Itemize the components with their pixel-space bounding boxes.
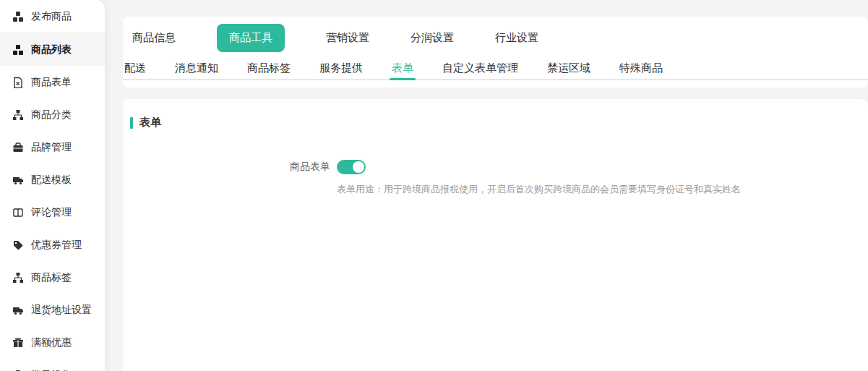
section-title: 表单 [130, 116, 868, 129]
cubes-icon [12, 44, 24, 56]
sidebar-item-product-category[interactable]: 商品分类 [0, 98, 105, 131]
cubes-icon [12, 11, 24, 22]
sidebar-item-brand-management[interactable]: 品牌管理 [0, 131, 105, 163]
sidebar-item-label: 退货地址设置 [31, 304, 92, 317]
section-title-accent-bar [130, 117, 133, 129]
form-help-text: 表单用途：用于跨境商品报税使用，开启后首次购买跨境商品的会员需要填写身份证号和真… [337, 183, 868, 196]
subtab-special-product[interactable]: 特殊商品 [619, 58, 663, 79]
sidebar-item-product-form[interactable]: 商品表单 [0, 66, 105, 98]
truck-icon [12, 304, 24, 316]
sidebar-item-product-list[interactable]: 商品列表 [0, 33, 105, 66]
section-title-text: 表单 [139, 116, 161, 129]
content-panel: 表单 商品表单 表单用途：用于跨境商品报税使用，开启后首次购买跨境商品的会员需要… [123, 99, 868, 371]
sitemap-icon [12, 272, 24, 283]
sidebar-item-full-amount-discount[interactable]: 满额优惠 [0, 326, 105, 359]
sidebar-item-label: 商品标签 [31, 271, 72, 284]
sitemap-icon [12, 109, 24, 121]
sidebar-item-label: 发布商品 [31, 10, 72, 23]
sidebar-item-delivery-template[interactable]: 配送模板 [0, 163, 105, 196]
briefcase-icon [12, 142, 24, 153]
secondary-tab-bar: 配送 消息通知 商品标签 服务提供 表单 自定义表单管理 禁运区域 特殊商品 [123, 58, 868, 80]
sidebar-item-product-tags[interactable]: 商品标签 [0, 261, 105, 294]
sidebar-item-label: 商品列表 [31, 43, 72, 56]
product-form-row: 商品表单 [130, 160, 868, 174]
sidebar-item-label: 评论管理 [31, 206, 72, 219]
main-area: 商品信息 商品工具 营销设置 分润设置 行业设置 配送 消息通知 商品标签 服务… [123, 0, 868, 371]
subtab-custom-form-management[interactable]: 自定义表单管理 [442, 58, 518, 79]
tab-profit-sharing-settings[interactable]: 分润设置 [411, 31, 454, 45]
sidebar-item-label: 批量操作 [31, 369, 72, 371]
product-form-label: 商品表单 [130, 161, 330, 174]
columns-icon [12, 207, 24, 218]
sidebar-item-label: 商品分类 [31, 108, 72, 121]
subtab-service-provide[interactable]: 服务提供 [319, 58, 363, 79]
product-form-toggle[interactable] [337, 160, 366, 174]
primary-tab-bar: 商品信息 商品工具 营销设置 分润设置 行业设置 [123, 24, 868, 52]
subtab-product-tags[interactable]: 商品标签 [247, 58, 291, 79]
sidebar-item-coupon-management[interactable]: 优惠券管理 [0, 229, 105, 261]
sidebar-item-label: 商品表单 [31, 76, 72, 89]
tab-product-tools[interactable]: 商品工具 [217, 24, 285, 52]
sidebar-item-review-management[interactable]: 评论管理 [0, 196, 105, 229]
tabs-card: 商品信息 商品工具 营销设置 分润设置 行业设置 配送 消息通知 商品标签 服务… [123, 17, 868, 88]
sidebar-item-publish-product[interactable]: 发布商品 [0, 0, 105, 33]
subtab-embargo-area[interactable]: 禁运区域 [547, 58, 590, 79]
file-x-icon [12, 77, 24, 88]
sidebar-item-label: 配送模板 [31, 174, 72, 187]
tab-marketing-settings[interactable]: 营销设置 [326, 31, 369, 45]
sidebar-item-clipped-bottom[interactable]: 批量操作 [0, 359, 105, 371]
sidebar-item-label: 优惠券管理 [31, 239, 82, 252]
sidebar-item-label: 品牌管理 [31, 141, 72, 154]
tab-product-info[interactable]: 商品信息 [132, 31, 176, 45]
tag-icon [12, 239, 24, 251]
sidebar: 发布商品 商品列表 商品表单 商品分类 品牌管理 配送模板 评论 [0, 0, 105, 371]
subtab-message-notice[interactable]: 消息通知 [175, 58, 218, 79]
subtab-form[interactable]: 表单 [392, 58, 413, 79]
sidebar-item-return-address[interactable]: 退货地址设置 [0, 294, 105, 326]
truck-icon [12, 174, 24, 186]
sidebar-item-label: 满额优惠 [31, 336, 72, 349]
subtab-delivery[interactable]: 配送 [124, 58, 146, 79]
gift-icon [12, 337, 24, 349]
tab-industry-settings[interactable]: 行业设置 [495, 31, 538, 45]
